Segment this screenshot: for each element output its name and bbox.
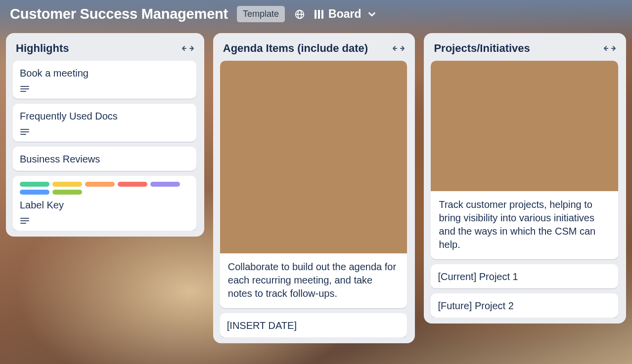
card-title: [Future] Project 2: [438, 299, 611, 313]
card-title: Frequently Used Docs: [20, 110, 189, 123]
board-header: Customer Success Management Template Boa…: [0, 0, 632, 29]
card-description-icon: [20, 128, 189, 137]
card-label[interactable]: [52, 190, 82, 195]
card-title: Business Reviews: [20, 153, 189, 166]
card[interactable]: Label Key: [13, 176, 196, 231]
card[interactable]: Track customer projects, helping to brin…: [431, 61, 618, 259]
board-canvas: Highlights Book a meeting Frequently Use…: [0, 29, 632, 361]
card-title: Collaborate to build out the agenda for …: [228, 260, 400, 300]
chevron-down-icon: [366, 9, 377, 20]
card-label[interactable]: [150, 182, 180, 187]
card[interactable]: [Future] Project 2: [431, 293, 618, 318]
card[interactable]: Book a meeting: [13, 61, 196, 99]
card-title: [Current] Project 1: [438, 270, 611, 283]
card-label[interactable]: [85, 182, 115, 187]
card[interactable]: [INSERT DATE]: [220, 313, 407, 337]
card-title: Track customer projects, helping to brin…: [439, 198, 610, 251]
card-title: Book a meeting: [20, 67, 189, 80]
card[interactable]: [Current] Project 1: [431, 264, 618, 288]
list-highlights: Highlights Book a meeting Frequently Use…: [6, 33, 204, 237]
template-badge[interactable]: Template: [237, 6, 285, 22]
collapse-list-icon[interactable]: [603, 44, 616, 53]
list-title[interactable]: Highlights: [16, 42, 69, 55]
view-switcher[interactable]: Board: [315, 7, 377, 21]
collapse-list-icon[interactable]: [392, 44, 405, 53]
visibility-icon[interactable]: [294, 8, 306, 20]
card-label[interactable]: [20, 190, 49, 195]
card[interactable]: Frequently Used Docs: [13, 104, 196, 142]
board-view-icon: [315, 10, 323, 19]
card-title: [INSERT DATE]: [227, 319, 401, 332]
board-title[interactable]: Customer Success Management: [10, 6, 228, 22]
card-cover-image: [220, 61, 407, 253]
card-label[interactable]: [20, 182, 49, 187]
card[interactable]: Business Reviews: [13, 147, 196, 171]
collapse-list-icon[interactable]: [181, 44, 194, 53]
view-label: Board: [328, 7, 361, 21]
card-label[interactable]: [118, 182, 147, 187]
card-description-icon: [20, 217, 189, 226]
card-label[interactable]: [52, 182, 82, 187]
list-title[interactable]: Agenda Items (include date): [223, 42, 368, 55]
card-description-icon: [20, 85, 189, 94]
list-agenda-items: Agenda Items (include date) Collaborate …: [213, 33, 415, 343]
list-title[interactable]: Projects/Initiatives: [434, 42, 530, 55]
card-cover-image: [431, 61, 618, 191]
card[interactable]: Collaborate to build out the agenda for …: [220, 61, 407, 308]
list-projects-initiatives: Projects/Initiatives Track customer proj…: [424, 33, 626, 324]
card-title: Label Key: [20, 199, 189, 212]
card-labels: [20, 182, 189, 195]
